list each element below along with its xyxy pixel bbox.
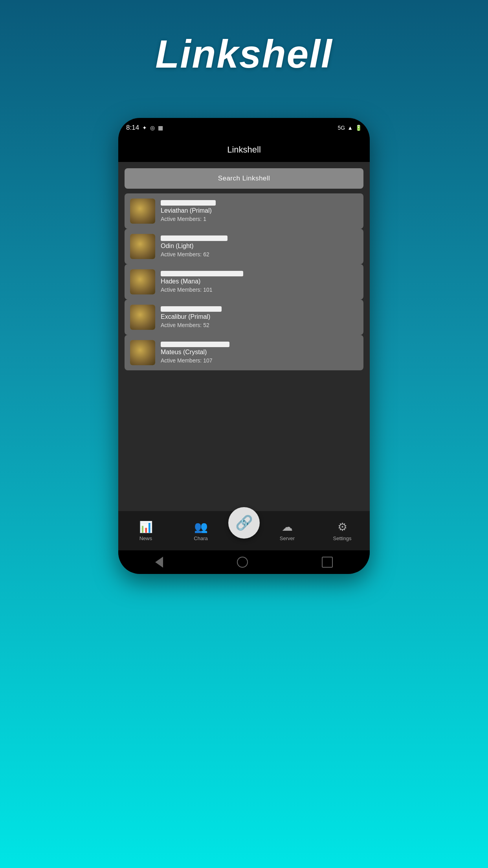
nav-item-chara[interactable]: 👥 Chara xyxy=(173,520,228,541)
status-bar-right: 5G ▲ 🔋 xyxy=(338,125,362,131)
network-label: 5G xyxy=(338,125,345,131)
recents-button[interactable] xyxy=(322,557,333,568)
status-time: 8:14 xyxy=(126,124,139,132)
nav-label-chara: Chara xyxy=(194,535,207,541)
ls-members: Active Members: 62 xyxy=(161,251,227,257)
ls-members: Active Members: 1 xyxy=(161,216,216,222)
ls-name-bar xyxy=(161,306,222,312)
signal-icon: ▲ xyxy=(347,125,353,131)
ls-avatar-image xyxy=(130,340,155,365)
nav-fab-linkshell[interactable]: 🔗 xyxy=(228,507,260,539)
back-button[interactable] xyxy=(155,557,163,568)
phone-screen: 8:14 ✦ ◎ ▦ 5G ▲ 🔋 Linkshell Search Links… xyxy=(118,118,370,574)
ls-avatar xyxy=(130,305,155,330)
ls-name: Leviathan (Primal) xyxy=(161,207,216,214)
ls-avatar xyxy=(130,234,155,259)
ls-name: Hades (Mana) xyxy=(161,278,243,285)
ls-name: Odin (Light) xyxy=(161,243,227,250)
linkshell-item[interactable]: Mateus (Crystal) Active Members: 107 xyxy=(125,335,363,370)
app-bar-title: Linkshell xyxy=(227,145,261,155)
ls-name-bar xyxy=(161,342,229,347)
ls-avatar-image xyxy=(130,305,155,330)
ls-avatar xyxy=(130,269,155,294)
ls-info: Leviathan (Primal) Active Members: 1 xyxy=(161,200,216,222)
ls-avatar-image xyxy=(130,199,155,224)
circle-icon: ◎ xyxy=(150,125,155,131)
ls-info: Hades (Mana) Active Members: 101 xyxy=(161,271,243,293)
ls-info: Excalibur (Primal) Active Members: 52 xyxy=(161,306,222,328)
ls-avatar xyxy=(130,199,155,224)
sim-icon: ▦ xyxy=(158,125,163,131)
bottom-nav: 📊 News 👥 Chara 🔗 ☁ Server ⚙ Settings xyxy=(118,511,370,550)
linkshell-item[interactable]: Leviathan (Primal) Active Members: 1 xyxy=(125,193,363,229)
nav-item-settings[interactable]: ⚙ Settings xyxy=(315,520,370,541)
phone-device: 8:14 ✦ ◎ ▦ 5G ▲ 🔋 Linkshell Search Links… xyxy=(118,118,370,574)
ls-info: Odin (Light) Active Members: 62 xyxy=(161,235,227,257)
status-bar: 8:14 ✦ ◎ ▦ 5G ▲ 🔋 xyxy=(118,118,370,138)
linkshell-item[interactable]: Odin (Light) Active Members: 62 xyxy=(125,229,363,264)
settings-icon: ⚙ xyxy=(338,520,347,533)
linkshell-item[interactable]: Excalibur (Primal) Active Members: 52 xyxy=(125,300,363,335)
nav-item-server[interactable]: ☁ Server xyxy=(260,520,315,541)
ls-members: Active Members: 52 xyxy=(161,322,222,328)
ls-avatar-image xyxy=(130,269,155,294)
server-icon: ☁ xyxy=(282,520,293,533)
ls-name: Excalibur (Primal) xyxy=(161,313,222,320)
status-bar-left: 8:14 ✦ ◎ ▦ xyxy=(126,124,163,132)
nav-label-server: Server xyxy=(280,535,295,541)
battery-icon: 🔋 xyxy=(355,125,362,131)
ls-name: Mateus (Crystal) xyxy=(161,349,229,356)
news-icon: 📊 xyxy=(139,520,153,533)
screen-content: Search Linkshell Leviathan (Primal) Acti… xyxy=(118,162,370,511)
ls-avatar-image xyxy=(130,234,155,259)
linkshell-fab-icon: 🔗 xyxy=(235,515,253,531)
ls-avatar xyxy=(130,340,155,365)
location-icon: ✦ xyxy=(142,125,147,131)
ls-members: Active Members: 107 xyxy=(161,357,229,364)
linkshell-item[interactable]: Hades (Mana) Active Members: 101 xyxy=(125,264,363,300)
app-bar: Linkshell xyxy=(118,138,370,162)
chara-icon: 👥 xyxy=(194,520,208,533)
nav-label-news: News xyxy=(139,535,152,541)
ls-members: Active Members: 101 xyxy=(161,287,243,293)
home-button[interactable] xyxy=(237,557,248,568)
nav-label-settings: Settings xyxy=(333,535,352,541)
nav-item-news[interactable]: 📊 News xyxy=(118,520,173,541)
search-linkshell-button[interactable]: Search Linkshell xyxy=(125,168,363,189)
ls-name-bar xyxy=(161,271,243,276)
ls-info: Mateus (Crystal) Active Members: 107 xyxy=(161,342,229,364)
ls-name-bar xyxy=(161,235,227,241)
ls-name-bar xyxy=(161,200,216,206)
linkshell-list: Leviathan (Primal) Active Members: 1 Odi… xyxy=(125,193,363,370)
home-indicator xyxy=(118,550,370,574)
page-title: Linkshell xyxy=(0,31,488,77)
